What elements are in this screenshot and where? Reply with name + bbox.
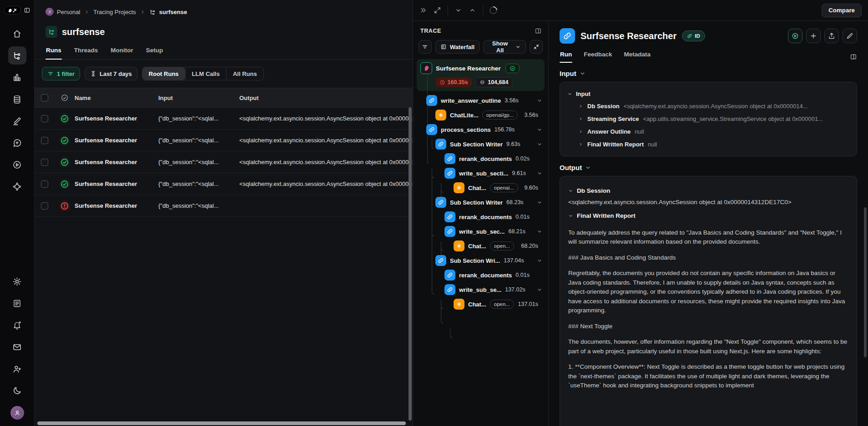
detail-panel-layout-icon[interactable]	[850, 53, 857, 60]
chevron-down-icon[interactable]	[536, 170, 543, 176]
playground-run-button[interactable]	[788, 29, 802, 43]
sidebar-item-home[interactable]	[8, 25, 26, 43]
chevron-down-icon[interactable]	[536, 126, 543, 133]
chevron-down-icon[interactable]	[536, 228, 543, 235]
output-section-header[interactable]: Output	[560, 164, 857, 171]
trace-panel-layout-icon[interactable]	[535, 27, 542, 35]
collapse-sidebar-icon[interactable]	[24, 7, 30, 14]
table-row[interactable]: Surfsense Researcher{"db_session":"<sqla…	[35, 173, 413, 195]
row-checkbox[interactable]	[41, 159, 48, 166]
segment-llm-calls[interactable]: LLM Calls	[185, 67, 226, 80]
filter-count-button[interactable]: 1 filter	[42, 67, 80, 80]
tab-threads[interactable]: Threads	[74, 47, 99, 59]
input-field-row[interactable]: Final Written Reportnull	[567, 138, 849, 150]
segment-root-runs[interactable]: Root Runs	[142, 67, 185, 80]
sidebar-item-notifications[interactable]	[8, 316, 26, 334]
input-field-row[interactable]: Db Session<sqlalchemy.ext.asyncio.sessio…	[567, 100, 849, 112]
chevron-down-icon[interactable]	[536, 286, 543, 293]
trace-node-write-sub-sec-[interactable]: write_sub_sec...68.21s	[417, 224, 545, 239]
output-field-header[interactable]: Db Session	[568, 185, 848, 196]
select-all-checkbox[interactable]	[41, 94, 48, 101]
detail-tab-metadata[interactable]: Metadata	[624, 51, 651, 62]
trace-node-rerank-documents[interactable]: rerank_documents0.02s	[417, 151, 545, 166]
next-run-chevron-up-icon[interactable]	[469, 6, 476, 14]
sidebar-item-invite-members[interactable]	[8, 360, 26, 378]
show-all-dropdown[interactable]: Show All	[483, 40, 526, 54]
input-field-row[interactable]: Streaming Service<app.utils.streaming_se…	[567, 112, 849, 125]
input-field-row[interactable]: Answer Outlinenull	[567, 125, 849, 138]
expand-fullscreen-icon[interactable]	[434, 6, 441, 14]
trace-node-chat-[interactable]: Chat...open...68.20s	[417, 239, 545, 253]
chevron-down-icon[interactable]	[536, 257, 543, 264]
trace-node-rerank-documents[interactable]: rerank_documents0.01s	[417, 268, 545, 282]
row-checkbox[interactable]	[41, 137, 48, 144]
sidebar-item-deployments[interactable]	[8, 177, 26, 195]
annotate-run-button[interactable]	[843, 29, 857, 43]
detail-vertical-scrollbar[interactable]	[864, 207, 867, 357]
trace-node-chat-[interactable]: Chat...openai...9.60s	[417, 180, 545, 195]
sidebar-item-prompts[interactable]	[8, 134, 26, 152]
detail-tab-run[interactable]: Run	[560, 51, 572, 62]
trace-node-write-sub-se-[interactable]: write_sub_se...137.02s	[417, 282, 545, 297]
trace-node-sub-section-wri-[interactable]: Sub Section Wri...137.04s	[417, 253, 545, 268]
compare-button[interactable]: Compare	[822, 4, 862, 17]
column-header-name[interactable]: Name	[75, 95, 158, 101]
add-to-dataset-button[interactable]	[806, 29, 821, 43]
row-checkbox[interactable]	[41, 202, 48, 210]
table-horizontal-scrollbar[interactable]	[37, 421, 406, 425]
trace-node-process-sections[interactable]: process_sections156.78s	[417, 122, 545, 137]
detail-tab-feedback[interactable]: Feedback	[583, 51, 612, 62]
chevron-down-icon[interactable]	[536, 97, 543, 104]
table-row[interactable]: Surfsense Researcher{"db_session":"<sqla…	[35, 130, 413, 151]
segment-all-runs[interactable]: All Runs	[226, 67, 263, 80]
row-checkbox[interactable]	[41, 115, 48, 122]
input-root-row[interactable]: Input	[567, 88, 849, 100]
table-row[interactable]: Surfsense Researcher{"db_session":"<sqla…	[35, 195, 413, 217]
trace-node-rerank-documents[interactable]: rerank_documents0.01s	[417, 210, 545, 224]
tab-monitor[interactable]: Monitor	[110, 47, 134, 59]
breadcrumb-item-tracing-projects[interactable]: Tracing Projects	[93, 9, 136, 15]
trace-node-write-answer-outline[interactable]: write_answer_outline3.56s	[417, 93, 545, 108]
table-vertical-scrollbar[interactable]	[409, 107, 412, 421]
table-row[interactable]: Surfsense Researcher{"db_session":"<sqla…	[35, 151, 413, 173]
tab-runs[interactable]: Runs	[45, 47, 62, 59]
chevron-down-icon[interactable]	[536, 199, 543, 205]
trace-node-sub-section-writer[interactable]: Sub Section Writer68.23s	[417, 195, 545, 210]
column-header-output[interactable]: Output	[239, 95, 413, 101]
run-id-badge[interactable]: ID	[682, 30, 705, 41]
sidebar-item-settings[interactable]	[8, 272, 26, 291]
trace-node-chatlite-[interactable]: ChatLite...openai/gp...3.56s	[417, 108, 545, 122]
sidebar-item-mail[interactable]	[8, 338, 26, 356]
input-section-header[interactable]: Input	[560, 70, 857, 77]
collapse-pane-icon[interactable]	[419, 6, 427, 14]
date-range-button[interactable]: Last 7 days	[85, 67, 137, 80]
tab-setup[interactable]: Setup	[146, 47, 164, 59]
gear-icon	[12, 277, 22, 286]
trace-root-node[interactable]: Surfsense Researcher160.35s104,684	[417, 59, 545, 91]
breadcrumb-item-personal[interactable]: Personal	[45, 8, 80, 16]
trace-node-write-sub-secti-[interactable]: write_sub_secti...9.61s	[417, 166, 545, 180]
trace-node-chat-[interactable]: Chat...open...137.01s	[417, 297, 545, 311]
trace-filter-button[interactable]	[419, 40, 432, 54]
chevron-down-icon[interactable]	[536, 141, 543, 147]
sidebar-item-dashboards[interactable]	[8, 68, 26, 86]
table-row[interactable]: Surfsense Researcher{"db_session":"<sqla…	[35, 108, 413, 130]
sidebar-item-dark-mode[interactable]	[8, 381, 26, 400]
row-checkbox[interactable]	[41, 180, 48, 188]
sidebar-item-tracing-projects[interactable]	[8, 46, 26, 65]
waterfall-view-button[interactable]: Waterfall	[435, 40, 479, 54]
collapse-all-button[interactable]	[530, 40, 543, 54]
output-field-header[interactable]: Final Written Report	[568, 210, 848, 222]
sidebar-item-playground[interactable]	[8, 155, 26, 174]
sidebar-item-annotation-queues[interactable]	[8, 112, 26, 130]
sidebar-item-docs[interactable]	[8, 294, 26, 312]
breadcrumb-item-surfsense[interactable]: surfsense	[149, 9, 187, 15]
previous-run-chevron-down-icon[interactable]	[454, 6, 462, 14]
column-header-input[interactable]: Input	[158, 95, 239, 101]
sidebar-item-datasets[interactable]	[8, 90, 26, 108]
user-avatar[interactable]	[10, 406, 24, 420]
langsmith-logo-icon[interactable]	[4, 6, 21, 15]
share-run-button[interactable]	[824, 29, 839, 43]
icon-sidebar	[0, 0, 35, 426]
trace-node-sub-section-writer[interactable]: Sub Section Writer9.63s	[417, 137, 545, 151]
